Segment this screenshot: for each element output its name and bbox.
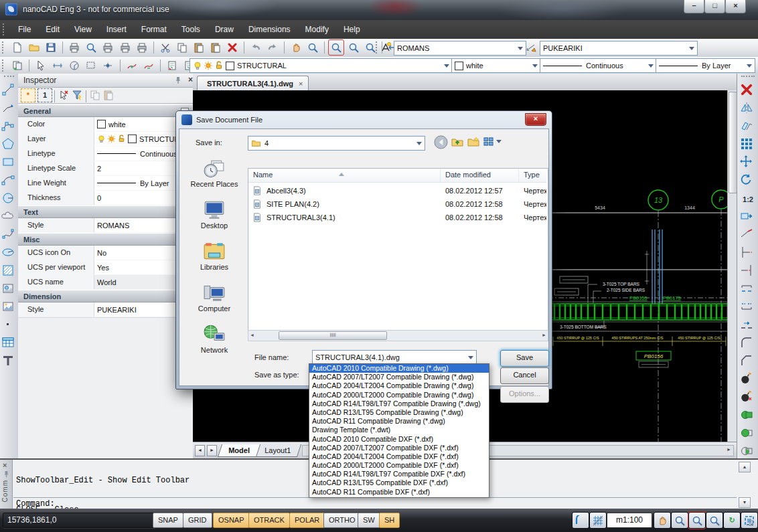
- tab-close-icon[interactable]: ×: [299, 80, 303, 88]
- pin-icon[interactable]: [174, 76, 182, 84]
- match-properties-button[interactable]: [10, 58, 25, 73]
- column-type[interactable]: Type: [519, 169, 546, 182]
- type-option[interactable]: AutoCAD R11 Compatible DXF (*.dxf): [309, 488, 489, 497]
- menu-tools[interactable]: Tools: [174, 20, 208, 39]
- arc-tool[interactable]: [1, 173, 17, 189]
- resize-grip[interactable]: ⠿: [748, 519, 755, 529]
- sw-toggle[interactable]: SW: [358, 513, 380, 528]
- join-tool[interactable]: [740, 318, 756, 334]
- zoom-window-button[interactable]: [329, 40, 344, 55]
- grid-display-button[interactable]: [589, 512, 607, 529]
- plot-settings-button[interactable]: [100, 40, 115, 55]
- line-tool[interactable]: [1, 83, 17, 99]
- menu-edit[interactable]: Edit: [38, 20, 67, 39]
- undo-button[interactable]: [248, 40, 263, 55]
- views-button[interactable]: [483, 137, 503, 147]
- toolbar-drag-handle[interactable]: [4, 76, 14, 81]
- options-button[interactable]: Options...: [500, 386, 549, 403]
- pan-button[interactable]: [654, 512, 671, 529]
- save-as-type-dropdown[interactable]: AutoCAD 2010 Compatible Drawing (*.dwg) …: [309, 363, 489, 498]
- menu-modify[interactable]: Modify: [298, 20, 336, 39]
- title-bar[interactable]: nanoCAD Eng 3 - not for commercial use –…: [0, 0, 758, 20]
- tab-scroll-left[interactable]: ◄: [195, 445, 205, 456]
- deselect-icon[interactable]: [57, 89, 70, 102]
- tab-scroll-right[interactable]: ►: [207, 445, 217, 456]
- menu-drag-handle[interactable]: [3, 23, 11, 35]
- filter-icon[interactable]: [70, 89, 84, 102]
- offset-tool[interactable]: [740, 119, 756, 135]
- column-name[interactable]: Name: [248, 169, 441, 182]
- zoom-button[interactable]: [305, 40, 320, 55]
- ellipse-tool[interactable]: [1, 246, 17, 262]
- scroll-left-icon[interactable]: ◄: [250, 333, 254, 337]
- page-setup-button[interactable]: [118, 40, 133, 55]
- file-list-hscrollbar[interactable]: ◄ ► ⦀⦀⦀: [248, 330, 548, 341]
- trim-tool[interactable]: [740, 246, 756, 262]
- chevron-down-icon[interactable]: [532, 64, 538, 70]
- snap-point-button[interactable]: [100, 58, 115, 73]
- close-button[interactable]: ×: [725, 0, 746, 13]
- type-option[interactable]: AutoCAD R14/LT98/LT97 Compatible Drawing…: [309, 400, 489, 408]
- command-input[interactable]: Command:: [16, 499, 55, 509]
- layer-combo[interactable]: STRUCTURAL: [190, 58, 453, 73]
- array-tool[interactable]: [740, 137, 756, 153]
- polygon-tool[interactable]: [1, 137, 17, 153]
- menu-insert[interactable]: Insert: [99, 20, 134, 39]
- regen-button[interactable]: ↻: [723, 512, 741, 529]
- subtract-tool[interactable]: [740, 426, 756, 442]
- save-button[interactable]: [44, 40, 58, 55]
- erase-tool[interactable]: [740, 83, 756, 99]
- scroll-down-button[interactable]: ▼: [739, 497, 751, 508]
- menu-dimensions[interactable]: Dimensions: [241, 20, 298, 39]
- multiline-tool[interactable]: [1, 119, 17, 135]
- circle-tool[interactable]: [1, 191, 17, 207]
- close-icon[interactable]: ×: [3, 461, 7, 469]
- new-button[interactable]: [10, 40, 25, 55]
- model-tab[interactable]: Model: [218, 444, 260, 457]
- linetype-combo[interactable]: Continuous: [540, 58, 657, 73]
- select-cursor-button[interactable]: [33, 58, 48, 73]
- type-option[interactable]: AutoCAD 2010 Compatible DXF (*.dxf): [309, 435, 489, 444]
- cancel-button[interactable]: Cancel: [500, 367, 549, 384]
- pan-button[interactable]: [289, 40, 303, 55]
- type-option[interactable]: AutoCAD 2004/LT2004 Compatible DXF (*.dx…: [309, 452, 489, 461]
- break-at-point-tool[interactable]: [740, 282, 756, 298]
- menu-help[interactable]: Help: [336, 20, 368, 39]
- back-button[interactable]: [434, 135, 448, 149]
- file-name-combo[interactable]: STRUCTURAL3(4.1).dwg: [312, 350, 477, 365]
- break-tool[interactable]: [740, 300, 756, 316]
- chevron-down-icon[interactable]: [648, 64, 654, 70]
- sh-toggle[interactable]: SH: [379, 513, 400, 528]
- place-computer[interactable]: Computer: [183, 283, 245, 313]
- scroll-up-button[interactable]: ▲: [739, 462, 751, 472]
- lengthen-tool[interactable]: [740, 228, 756, 244]
- place-desktop[interactable]: Desktop: [183, 200, 245, 230]
- grid-toggle[interactable]: GRID: [183, 513, 212, 528]
- cut-button[interactable]: [158, 40, 173, 55]
- menu-format[interactable]: Format: [134, 20, 174, 39]
- toolbar-drag-handle[interactable]: [741, 76, 755, 81]
- place-libraries[interactable]: Libraries: [183, 242, 245, 271]
- publish-button[interactable]: [135, 40, 149, 55]
- file-row[interactable]: SITE PLAN(4.2) 08.02.2012 12:58 Чертеж n: [248, 198, 546, 209]
- dialog-close-button[interactable]: ×: [525, 113, 546, 126]
- rectangle-tool[interactable]: [1, 155, 17, 171]
- menu-file[interactable]: File: [11, 20, 38, 39]
- dim-style-combo[interactable]: PUKEARIKI: [540, 41, 698, 56]
- paste-button[interactable]: [192, 40, 206, 55]
- polar-toggle[interactable]: POLAR: [289, 513, 325, 528]
- explode-tool[interactable]: [740, 372, 756, 388]
- fillet-tool[interactable]: [740, 336, 756, 352]
- extend-tool[interactable]: [740, 264, 756, 280]
- move-tool[interactable]: [740, 155, 756, 171]
- print-button[interactable]: [67, 40, 82, 55]
- mirror-tool[interactable]: [740, 101, 756, 117]
- open-button[interactable]: [27, 40, 42, 55]
- layer-on-icon[interactable]: [193, 61, 202, 70]
- menu-view[interactable]: View: [67, 20, 99, 39]
- delete-button[interactable]: [225, 40, 240, 55]
- scale-field[interactable]: m1:100: [607, 513, 652, 528]
- paste-special-button[interactable]: [208, 40, 223, 55]
- spline-edit-button[interactable]: [141, 58, 156, 73]
- type-option[interactable]: AutoCAD 2007/LT2007 Compatible DXF (*.dx…: [309, 444, 489, 452]
